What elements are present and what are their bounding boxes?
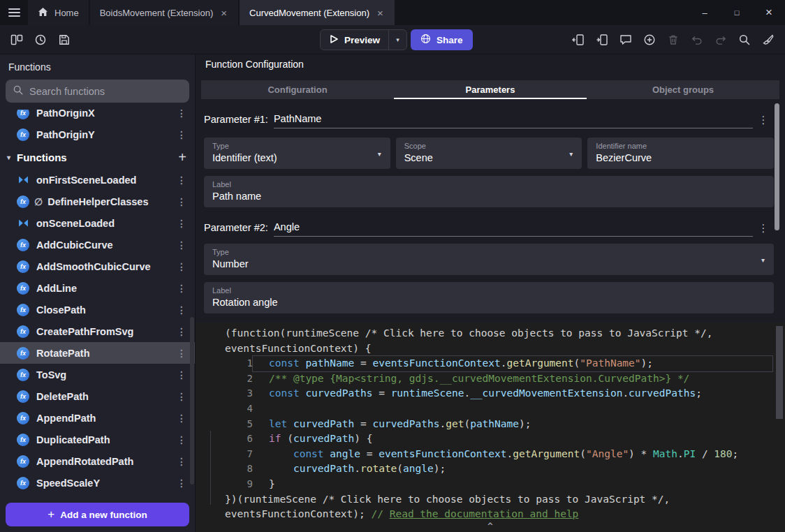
close-window-button[interactable]: × (753, 0, 785, 25)
scope-value: Scene (404, 152, 574, 163)
scope-dropdown[interactable]: Scope Scene ▾ (396, 138, 582, 169)
item-menu-icon[interactable]: ⋮ (175, 456, 188, 467)
line-number: 9 (196, 477, 253, 492)
export-icon[interactable] (592, 30, 612, 50)
add-function-label: Add a new function (60, 510, 147, 520)
play-icon (329, 34, 339, 46)
share-button[interactable]: Share (411, 29, 473, 50)
parameter-1-name-input[interactable]: PathName (274, 113, 753, 128)
item-menu-icon[interactable]: ⋮ (175, 261, 188, 272)
config-tab-object-groups[interactable]: Object groups (587, 80, 779, 99)
preview-button-group: Preview ▾ (320, 29, 407, 50)
code-line[interactable]: })(runtimeScene /* Click here to choose … (196, 492, 785, 508)
maximize-button[interactable]: □ (721, 0, 753, 25)
item-menu-icon[interactable]: ⋮ (175, 304, 188, 316)
add-circle-icon[interactable] (640, 30, 659, 50)
function-name: RotatePath (36, 348, 90, 359)
function-name: SpeedScaleY (36, 478, 100, 489)
function-list-item[interactable]: fxPathOriginX⋮ (0, 110, 195, 124)
item-menu-icon[interactable]: ⋮ (175, 283, 188, 294)
code-editor[interactable]: (function(runtimeScene /* Click here to … (196, 323, 785, 532)
add-function-icon[interactable]: + (178, 149, 186, 165)
redo-icon[interactable] (711, 30, 731, 50)
function-list-item[interactable]: fx∅DefineHelperClasses⋮ (0, 191, 195, 212)
code-line: 9} (196, 477, 785, 492)
item-menu-icon[interactable]: ⋮ (175, 218, 188, 229)
function-list-item[interactable]: fxClosePath⋮ (0, 299, 195, 320)
panels-layout-icon[interactable] (7, 30, 27, 50)
item-menu-icon[interactable]: ⋮ (175, 348, 188, 359)
add-new-function-button[interactable]: + Add a new function (6, 503, 189, 526)
delete-icon[interactable] (663, 30, 683, 50)
label-field-2[interactable]: Label Rotation angle (204, 282, 774, 313)
config-scrollbar[interactable] (775, 103, 779, 230)
collapse-editor-icon[interactable]: ^ (487, 521, 493, 531)
item-menu-icon[interactable]: ⋮ (175, 196, 188, 207)
function-list-item[interactable]: fxAppendPath⋮ (0, 407, 195, 429)
label-field-1[interactable]: Label Path name (204, 176, 774, 207)
parameter-1-fields: Type Identifier (text) ▾ Scope Scene ▾ I… (204, 138, 774, 169)
function-list-item[interactable]: fxAppendRotatedPath⋮ (0, 450, 195, 472)
globe-icon (420, 34, 431, 46)
label-value: Path name (212, 191, 765, 202)
function-list-item[interactable]: fxDuplicatedPath⋮ (0, 429, 195, 450)
parameter-1-menu-icon[interactable]: ⋮ (753, 114, 774, 128)
theme-brush-icon[interactable] (758, 30, 778, 50)
undo-icon[interactable] (687, 30, 707, 50)
publish-icon[interactable] (568, 30, 588, 50)
code-line[interactable]: eventsFunctionContext); // Read the docu… (196, 507, 785, 522)
preview-button[interactable]: Preview (321, 34, 388, 46)
save-icon[interactable] (54, 30, 74, 50)
item-menu-icon[interactable]: ⋮ (175, 434, 188, 445)
preview-dropdown-button[interactable]: ▾ (388, 30, 406, 50)
function-list-item[interactable]: fxToSvg⋮ (0, 364, 195, 385)
function-list-item[interactable]: fxAddSmoothCubicCurve⋮ (0, 256, 195, 277)
search-icon[interactable] (735, 30, 754, 50)
item-menu-icon[interactable]: ⋮ (175, 175, 188, 186)
type-dropdown[interactable]: Type Identifier (text) ▾ (204, 138, 390, 169)
editor-scrollbar[interactable] (776, 326, 783, 419)
titlebar-tab[interactable]: Home (28, 0, 89, 25)
search-input[interactable] (29, 86, 182, 97)
identifier-name-field[interactable]: Identifier name BezierCurve (587, 138, 774, 169)
config-tab-configuration[interactable]: Configuration (201, 80, 394, 99)
history-icon[interactable] (31, 30, 50, 50)
sidebar-scrollbar[interactable] (190, 317, 194, 485)
tab-close-icon[interactable]: × (219, 6, 228, 20)
minimize-button[interactable]: – (689, 0, 721, 25)
item-menu-icon[interactable]: ⋮ (175, 391, 188, 402)
item-menu-icon[interactable]: ⋮ (175, 129, 188, 140)
item-menu-icon[interactable]: ⋮ (175, 239, 188, 251)
functions-section-header[interactable]: ▾Functions+ (0, 145, 195, 169)
function-list-item[interactable]: fxSpeedScaleY⋮ (0, 472, 195, 494)
item-menu-icon[interactable]: ⋮ (175, 413, 188, 424)
function-list-item[interactable]: onSceneLoaded⋮ (0, 212, 195, 234)
function-list-item[interactable]: onFirstSceneLoaded⋮ (0, 169, 195, 191)
config-content: Parameter #1: PathName ⋮ Type Identifier… (196, 99, 785, 323)
feedback-icon[interactable] (616, 30, 636, 50)
code-line[interactable]: eventsFunctionContext) { (196, 341, 785, 357)
main-menu-button[interactable] (0, 0, 28, 25)
titlebar-tab[interactable]: CurvedMovement (Extension)× (240, 0, 395, 25)
function-list-item[interactable]: fxRotatePath⋮ (0, 342, 195, 364)
titlebar-tab[interactable]: BoidsMovement (Extension)× (90, 0, 238, 25)
function-name: ClosePath (36, 304, 86, 316)
item-menu-icon[interactable]: ⋮ (175, 110, 188, 119)
documentation-link[interactable]: Read the documentation and help (390, 508, 579, 519)
function-list-item[interactable]: fxDeletePath⋮ (0, 385, 195, 407)
tab-close-icon[interactable]: × (376, 6, 385, 20)
type-dropdown-2[interactable]: Type Number ▾ (204, 244, 774, 275)
function-icon: fx (17, 369, 29, 381)
parameter-2-name-input[interactable]: Angle (274, 221, 753, 237)
function-list-item[interactable]: fxAddLine⋮ (0, 277, 195, 299)
function-list-item[interactable]: fxPathOriginY⋮ (0, 124, 195, 145)
code-line[interactable]: (function(runtimeScene /* Click here to … (196, 326, 785, 341)
function-name: AddCubicCurve (36, 239, 113, 251)
item-menu-icon[interactable]: ⋮ (175, 369, 188, 380)
item-menu-icon[interactable]: ⋮ (175, 478, 188, 489)
parameter-2-menu-icon[interactable]: ⋮ (753, 222, 774, 237)
function-list-item[interactable]: fxAddCubicCurve⋮ (0, 234, 195, 256)
function-list-item[interactable]: fxCreatePathFromSvg⋮ (0, 320, 195, 342)
config-tab-parameters[interactable]: Parameters (394, 80, 587, 99)
item-menu-icon[interactable]: ⋮ (175, 326, 188, 337)
